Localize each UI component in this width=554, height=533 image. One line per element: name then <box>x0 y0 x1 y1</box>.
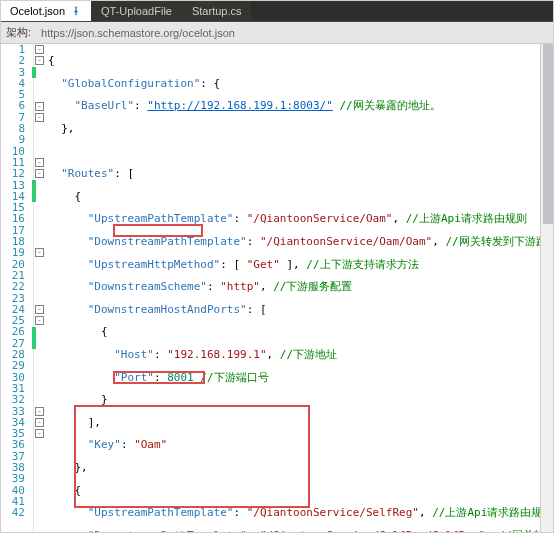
fold-toggle-icon[interactable]: - <box>35 102 44 111</box>
fold-toggle-icon[interactable]: - <box>35 158 44 167</box>
schema-address-bar: 架构: https://json.schemastore.org/ocelot.… <box>0 22 554 44</box>
line-number: 36 <box>0 439 25 450</box>
tab-qt-uploadfile[interactable]: QT-UploadFile <box>91 0 182 21</box>
tab-label: Startup.cs <box>192 5 242 17</box>
code-editor[interactable]: 1234567891011121314151617181920212223242… <box>0 44 554 533</box>
scrollbar-thumb[interactable] <box>543 44 553 224</box>
line-number: 2 <box>0 55 25 66</box>
fold-toggle-icon[interactable]: - <box>35 113 44 122</box>
fold-toggle-icon[interactable]: - <box>35 316 44 325</box>
line-number: 22 <box>0 281 25 292</box>
fold-toggle-icon[interactable]: - <box>35 418 44 427</box>
schema-url[interactable]: https://json.schemastore.org/ocelot.json <box>37 27 554 39</box>
change-marker <box>32 67 36 78</box>
tab-ocelot-json[interactable]: Ocelot.json <box>0 0 91 21</box>
fold-toggle-icon[interactable]: - <box>35 169 44 178</box>
pin-icon[interactable] <box>71 6 81 16</box>
fold-toggle-icon[interactable]: - <box>35 56 44 65</box>
line-number: 12 <box>0 168 25 179</box>
tab-startup-cs[interactable]: Startup.cs <box>182 0 252 21</box>
line-number: 32 <box>0 394 25 405</box>
schema-label: 架构: <box>0 25 37 40</box>
line-number: 29 <box>0 360 25 371</box>
line-number: 39 <box>0 473 25 484</box>
fold-toggle-icon[interactable]: - <box>35 305 44 314</box>
fold-toggle-icon[interactable]: - <box>35 429 44 438</box>
line-number: 42 <box>0 507 25 518</box>
vertical-scrollbar[interactable] <box>540 44 554 533</box>
fold-toggle-icon[interactable]: - <box>35 45 44 54</box>
fold-toggle-icon[interactable]: - <box>35 407 44 416</box>
code-area[interactable]: { "GlobalConfiguration": { "BaseUrl": "h… <box>48 44 554 533</box>
line-number: 19 <box>0 247 25 258</box>
tab-bar: Ocelot.json QT-UploadFile Startup.cs <box>0 0 554 22</box>
tab-label: Ocelot.json <box>10 5 65 17</box>
change-marker <box>32 327 36 350</box>
line-number-gutter: 1234567891011121314151617181920212223242… <box>0 44 34 533</box>
fold-toggle-icon[interactable]: - <box>35 248 44 257</box>
line-number: 9 <box>0 134 25 145</box>
change-marker <box>32 180 36 203</box>
fold-column: ------------ <box>34 44 48 533</box>
tab-label: QT-UploadFile <box>101 5 172 17</box>
